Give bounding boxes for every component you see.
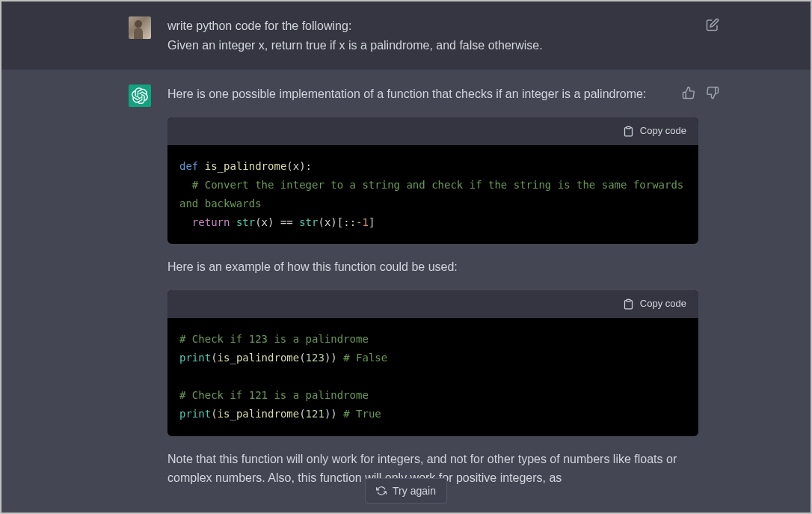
openai-logo-icon — [132, 88, 148, 104]
try-again-button[interactable]: Try again — [365, 478, 447, 504]
svg-rect-0 — [627, 126, 630, 129]
copy-code-button-2[interactable]: Copy code — [167, 290, 698, 318]
user-avatar — [129, 16, 151, 39]
try-again-label: Try again — [393, 485, 436, 497]
user-message-row: write python code for the following: Giv… — [1, 1, 811, 70]
clipboard-icon — [623, 126, 634, 137]
clipboard-icon — [623, 299, 634, 310]
copy-code-button-1[interactable]: Copy code — [167, 117, 698, 145]
refresh-icon — [376, 486, 387, 496]
assistant-avatar — [129, 85, 151, 107]
code-block-1: Copy code def is_palindrome(x): # Conver… — [167, 117, 698, 245]
edit-button[interactable] — [704, 16, 721, 35]
edit-icon — [706, 18, 719, 31]
user-text-line1: write python code for the following: — [167, 19, 351, 32]
assistant-message-row: Here is one possible implementation of a… — [1, 70, 811, 514]
thumbs-up-icon — [682, 86, 695, 100]
thumbs-down-icon — [706, 86, 719, 100]
assistant-message-content: Here is one possible implementation of a… — [167, 85, 698, 501]
thumbs-down-button[interactable] — [704, 85, 721, 103]
user-text-line2: Given an integer x, return true if x is … — [167, 39, 543, 52]
code-block-2: Copy code # Check if 123 is a palindrome… — [167, 290, 698, 436]
copy-code-label-2: Copy code — [640, 296, 686, 312]
copy-code-label-1: Copy code — [640, 123, 686, 139]
assistant-actions — [680, 85, 721, 103]
try-again-container: Try again — [365, 478, 447, 504]
thumbs-up-button[interactable] — [680, 85, 697, 103]
svg-rect-1 — [627, 299, 630, 302]
code-body-1: def is_palindrome(x): # Convert the inte… — [167, 145, 698, 245]
assistant-intro: Here is one possible implementation of a… — [167, 85, 698, 104]
assistant-mid-text: Here is an example of how this function … — [167, 257, 698, 277]
code-body-2: # Check if 123 is a palindrome print(is_… — [167, 318, 698, 436]
user-message-content: write python code for the following: Giv… — [167, 16, 698, 55]
user-actions — [704, 16, 721, 35]
